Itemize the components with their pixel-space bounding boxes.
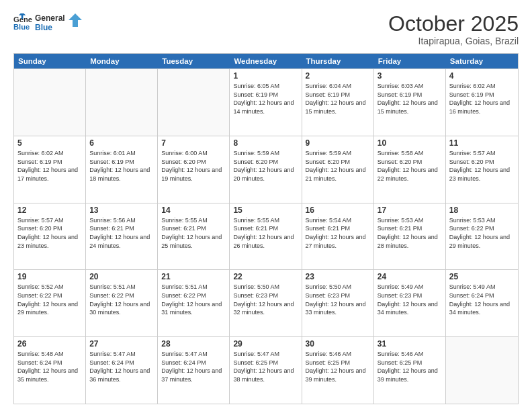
day-info: Sunrise: 5:58 AMSunset: 6:20 PMDaylight:… <box>378 149 442 183</box>
calendar-cell: 24Sunrise: 5:49 AMSunset: 6:23 PMDayligh… <box>374 270 446 336</box>
calendar-cell: 27Sunrise: 5:47 AMSunset: 6:24 PMDayligh… <box>86 337 158 404</box>
calendar-cell: 14Sunrise: 5:55 AMSunset: 6:21 PMDayligh… <box>158 203 230 270</box>
day-info: Sunrise: 5:49 AMSunset: 6:24 PMDaylight:… <box>449 283 515 316</box>
day-number: 8 <box>233 138 298 148</box>
calendar-cell <box>446 337 518 404</box>
day-info: Sunrise: 5:50 AMSunset: 6:23 PMDaylight:… <box>306 283 370 316</box>
calendar-cell: 4Sunrise: 6:02 AMSunset: 6:19 PMDaylight… <box>446 69 518 136</box>
day-number: 18 <box>449 205 515 215</box>
day-info: Sunrise: 5:59 AMSunset: 6:20 PMDaylight:… <box>233 149 298 183</box>
calendar-cell: 22Sunrise: 5:50 AMSunset: 6:23 PMDayligh… <box>230 270 302 336</box>
calendar-cell: 25Sunrise: 5:49 AMSunset: 6:24 PMDayligh… <box>446 270 518 336</box>
day-info: Sunrise: 5:47 AMSunset: 6:24 PMDaylight:… <box>161 350 226 383</box>
calendar-cell: 15Sunrise: 5:55 AMSunset: 6:21 PMDayligh… <box>230 203 302 270</box>
day-info: Sunrise: 6:01 AMSunset: 6:19 PMDaylight:… <box>89 149 154 183</box>
calendar-cell: 16Sunrise: 5:54 AMSunset: 6:21 PMDayligh… <box>302 203 374 270</box>
svg-text:Blue: Blue <box>35 23 52 32</box>
day-number: 28 <box>161 339 226 349</box>
day-info: Sunrise: 5:48 AMSunset: 6:24 PMDaylight:… <box>17 350 82 383</box>
calendar-cell: 17Sunrise: 5:53 AMSunset: 6:21 PMDayligh… <box>374 203 446 270</box>
day-info: Sunrise: 5:55 AMSunset: 6:21 PMDaylight:… <box>161 216 226 250</box>
weekday-header: Monday <box>86 54 158 68</box>
day-info: Sunrise: 5:53 AMSunset: 6:22 PMDaylight:… <box>449 216 515 250</box>
day-info: Sunrise: 5:46 AMSunset: 6:25 PMDaylight:… <box>378 350 442 383</box>
day-number: 26 <box>17 339 82 349</box>
weekday-header: Saturday <box>446 54 518 68</box>
day-number: 24 <box>378 272 442 281</box>
page: General Blue General Blue October 2025 I… <box>0 0 532 411</box>
day-info: Sunrise: 6:02 AMSunset: 6:19 PMDaylight:… <box>449 82 515 116</box>
weekday-header: Friday <box>374 54 446 68</box>
calendar-cell <box>86 69 158 136</box>
calendar-cell <box>14 69 86 136</box>
day-number: 29 <box>233 339 298 349</box>
day-info: Sunrise: 6:03 AMSunset: 6:19 PMDaylight:… <box>378 82 442 116</box>
title-block: October 2025 Itapirapua, Goias, Brazil <box>388 12 519 46</box>
weekday-header: Tuesday <box>158 54 230 68</box>
day-number: 30 <box>306 339 370 349</box>
svg-text:General: General <box>35 13 65 23</box>
day-number: 25 <box>449 272 515 281</box>
day-number: 15 <box>233 205 298 215</box>
logo: General Blue General Blue <box>13 12 83 34</box>
calendar-cell: 28Sunrise: 5:47 AMSunset: 6:24 PMDayligh… <box>158 337 230 404</box>
logo-icon: General Blue <box>13 13 32 32</box>
calendar: SundayMondayTuesdayWednesdayThursdayFrid… <box>13 53 519 404</box>
month-title: October 2025 <box>388 12 519 36</box>
svg-marker-5 <box>69 13 82 27</box>
day-number: 14 <box>161 205 226 215</box>
calendar-cell: 29Sunrise: 5:47 AMSunset: 6:25 PMDayligh… <box>230 337 302 404</box>
day-info: Sunrise: 5:47 AMSunset: 6:24 PMDaylight:… <box>89 350 154 383</box>
day-info: Sunrise: 5:57 AMSunset: 6:20 PMDaylight:… <box>449 149 515 183</box>
day-number: 4 <box>449 71 515 81</box>
day-number: 17 <box>378 205 442 215</box>
day-info: Sunrise: 5:53 AMSunset: 6:21 PMDaylight:… <box>378 216 442 250</box>
day-number: 12 <box>17 205 82 215</box>
calendar-cell: 13Sunrise: 5:56 AMSunset: 6:21 PMDayligh… <box>86 203 158 270</box>
day-info: Sunrise: 5:49 AMSunset: 6:23 PMDaylight:… <box>378 283 442 316</box>
calendar-cell: 21Sunrise: 5:51 AMSunset: 6:22 PMDayligh… <box>158 270 230 336</box>
calendar-cell: 9Sunrise: 5:59 AMSunset: 6:20 PMDaylight… <box>302 136 374 203</box>
day-number: 27 <box>89 339 154 349</box>
calendar-cell: 26Sunrise: 5:48 AMSunset: 6:24 PMDayligh… <box>14 337 86 404</box>
weekday-header: Thursday <box>302 54 374 68</box>
calendar-cell: 30Sunrise: 5:46 AMSunset: 6:25 PMDayligh… <box>302 337 374 404</box>
calendar-cell: 31Sunrise: 5:46 AMSunset: 6:25 PMDayligh… <box>374 337 446 404</box>
day-info: Sunrise: 6:02 AMSunset: 6:19 PMDaylight:… <box>17 149 82 183</box>
day-info: Sunrise: 6:05 AMSunset: 6:19 PMDaylight:… <box>233 82 298 116</box>
calendar-row: 12Sunrise: 5:57 AMSunset: 6:20 PMDayligh… <box>14 203 518 270</box>
day-number: 3 <box>378 71 442 81</box>
calendar-cell: 6Sunrise: 6:01 AMSunset: 6:19 PMDaylight… <box>86 136 158 203</box>
day-info: Sunrise: 5:56 AMSunset: 6:21 PMDaylight:… <box>89 216 154 250</box>
day-info: Sunrise: 5:59 AMSunset: 6:20 PMDaylight:… <box>306 149 370 183</box>
day-info: Sunrise: 5:47 AMSunset: 6:25 PMDaylight:… <box>233 350 298 383</box>
day-number: 19 <box>17 272 82 281</box>
day-number: 16 <box>306 205 370 215</box>
calendar-cell <box>158 69 230 136</box>
calendar-body: 1Sunrise: 6:05 AMSunset: 6:19 PMDaylight… <box>14 68 518 404</box>
day-info: Sunrise: 5:52 AMSunset: 6:22 PMDaylight:… <box>17 283 82 316</box>
calendar-cell: 12Sunrise: 5:57 AMSunset: 6:20 PMDayligh… <box>14 203 86 270</box>
day-number: 10 <box>378 138 442 148</box>
day-number: 20 <box>89 272 154 281</box>
day-number: 5 <box>17 138 82 148</box>
calendar-row: 1Sunrise: 6:05 AMSunset: 6:19 PMDaylight… <box>14 68 518 136</box>
day-info: Sunrise: 5:51 AMSunset: 6:22 PMDaylight:… <box>161 283 226 316</box>
calendar-cell: 20Sunrise: 5:51 AMSunset: 6:22 PMDayligh… <box>86 270 158 336</box>
day-number: 11 <box>449 138 515 148</box>
calendar-row: 26Sunrise: 5:48 AMSunset: 6:24 PMDayligh… <box>14 336 518 404</box>
calendar-cell: 5Sunrise: 6:02 AMSunset: 6:19 PMDaylight… <box>14 136 86 203</box>
logo-svg: General Blue <box>35 12 83 34</box>
calendar-row: 5Sunrise: 6:02 AMSunset: 6:19 PMDaylight… <box>14 136 518 203</box>
calendar-cell: 10Sunrise: 5:58 AMSunset: 6:20 PMDayligh… <box>374 136 446 203</box>
day-number: 13 <box>89 205 154 215</box>
day-number: 23 <box>306 272 370 281</box>
day-number: 31 <box>378 339 442 349</box>
calendar-header: SundayMondayTuesdayWednesdayThursdayFrid… <box>14 54 518 68</box>
calendar-cell: 23Sunrise: 5:50 AMSunset: 6:23 PMDayligh… <box>302 270 374 336</box>
day-info: Sunrise: 5:54 AMSunset: 6:21 PMDaylight:… <box>306 216 370 250</box>
day-number: 6 <box>89 138 154 148</box>
svg-text:Blue: Blue <box>13 23 30 31</box>
day-number: 9 <box>306 138 370 148</box>
day-number: 1 <box>233 71 298 81</box>
